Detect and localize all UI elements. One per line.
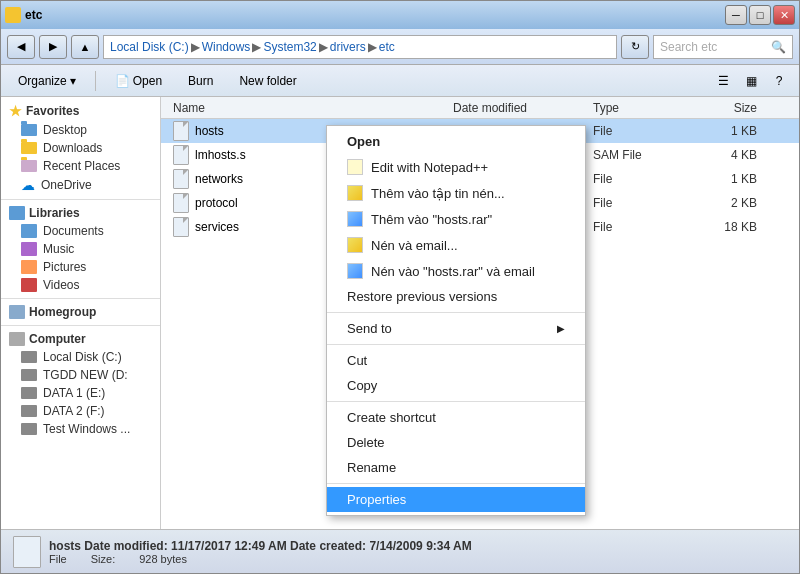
protocol-file-icon	[173, 193, 189, 213]
menu-item-compress-rar-email[interactable]: Nén vào "hosts.rar" và email	[327, 258, 585, 284]
menu-item-copy[interactable]: Copy	[327, 373, 585, 398]
status-details: File Size: 928 bytes	[49, 553, 472, 565]
column-date[interactable]: Date modified	[445, 101, 585, 115]
preview-pane-button[interactable]: ▦	[739, 69, 763, 93]
sidebar-item-drive-d[interactable]: TGDD NEW (D:	[1, 366, 160, 384]
file-list-header: Name Date modified Type Size	[161, 97, 799, 119]
refresh-button[interactable]: ↻	[621, 35, 649, 59]
search-icon: 🔍	[771, 40, 786, 54]
organize-button[interactable]: Organize ▾	[9, 70, 85, 92]
sidebar-item-music[interactable]: Music	[1, 240, 160, 258]
sidebar-divider-3	[1, 325, 160, 326]
menu-item-create-shortcut[interactable]: Create shortcut	[327, 405, 585, 430]
help-button[interactable]: ?	[767, 69, 791, 93]
column-name[interactable]: Name	[165, 101, 445, 115]
sidebar-item-desktop[interactable]: Desktop	[1, 121, 160, 139]
sidebar-libraries-header[interactable]: Libraries	[1, 204, 160, 222]
networks-type: File	[585, 172, 685, 186]
sidebar-favorites-section: ★ Favorites Desktop Downloads Recent Pla…	[1, 101, 160, 195]
title-bar-left: etc	[5, 7, 42, 23]
path-drivers[interactable]: drivers	[330, 40, 366, 54]
sidebar-item-drive-f[interactable]: DATA 2 (F:)	[1, 402, 160, 420]
up-button[interactable]: ▲	[71, 35, 99, 59]
sidebar-divider-1	[1, 199, 160, 200]
menu-item-restore-versions[interactable]: Restore previous versions	[327, 284, 585, 309]
videos-icon	[21, 278, 37, 292]
sidebar-favorites-header[interactable]: ★ Favorites	[1, 101, 160, 121]
services-size: 18 KB	[685, 220, 765, 234]
context-menu: Open Edit with Notepad++ Thêm vào tập ti…	[326, 125, 586, 516]
view-options-button[interactable]: ☰	[711, 69, 735, 93]
sidebar-item-documents[interactable]: Documents	[1, 222, 160, 240]
burn-button[interactable]: Burn	[179, 70, 222, 92]
desktop-icon	[21, 124, 37, 136]
compress-rar-email-icon	[347, 263, 363, 279]
sidebar-item-recent[interactable]: Recent Places	[1, 157, 160, 175]
networks-file-icon	[173, 169, 189, 189]
sidebar-item-test-windows[interactable]: Test Windows ...	[1, 420, 160, 438]
sidebar-computer-header[interactable]: Computer	[1, 330, 160, 348]
hosts-file-icon	[173, 121, 189, 141]
menu-item-rename[interactable]: Rename	[327, 455, 585, 480]
window-icon	[5, 7, 21, 23]
networks-size: 1 KB	[685, 172, 765, 186]
open-button[interactable]: 📄 Open	[106, 70, 171, 92]
column-type[interactable]: Type	[585, 101, 685, 115]
sidebar-homegroup-header[interactable]: Homegroup	[1, 303, 160, 321]
sidebar-item-videos[interactable]: Videos	[1, 276, 160, 294]
protocol-size: 2 KB	[685, 196, 765, 210]
status-date-modified: 11/17/2017 12:49 AM	[171, 539, 287, 553]
status-size-label: Size:	[91, 553, 115, 565]
status-date-modified-label: Date modified:	[84, 539, 167, 553]
search-placeholder: Search etc	[660, 40, 717, 54]
path-etc[interactable]: etc	[379, 40, 395, 54]
lmhosts-file-icon	[173, 145, 189, 165]
address-path[interactable]: Local Disk (C:) ▶ Windows ▶ System32 ▶ d…	[103, 35, 617, 59]
new-folder-button[interactable]: New folder	[230, 70, 305, 92]
drive-f-icon	[21, 405, 37, 417]
compress-email-icon	[347, 237, 363, 253]
toolbar-right: ☰ ▦ ?	[711, 69, 791, 93]
sidebar-libraries-section: Libraries Documents Music Pictures Video…	[1, 204, 160, 294]
status-date-created: 7/14/2009 9:34 AM	[369, 539, 471, 553]
sidebar-homegroup-section: Homegroup	[1, 303, 160, 321]
minimize-button[interactable]: ─	[725, 5, 747, 25]
menu-item-properties[interactable]: Properties	[327, 487, 585, 512]
back-button[interactable]: ◀	[7, 35, 35, 59]
close-button[interactable]: ✕	[773, 5, 795, 25]
menu-item-send-to[interactable]: Send to ▶	[327, 316, 585, 341]
lmhosts-type: SAM File	[585, 148, 685, 162]
services-file-icon	[173, 217, 189, 237]
music-icon	[21, 242, 37, 256]
toolbar: Organize ▾ 📄 Open Burn New folder ☰ ▦ ?	[1, 65, 799, 97]
menu-item-edit-notepad[interactable]: Edit with Notepad++	[327, 154, 585, 180]
documents-icon	[21, 224, 37, 238]
services-type: File	[585, 220, 685, 234]
menu-item-compress-email[interactable]: Nén và email...	[327, 232, 585, 258]
column-size[interactable]: Size	[685, 101, 765, 115]
sidebar-item-local-disk-c[interactable]: Local Disk (C:)	[1, 348, 160, 366]
downloads-icon	[21, 142, 37, 154]
forward-button[interactable]: ▶	[39, 35, 67, 59]
search-box[interactable]: Search etc 🔍	[653, 35, 793, 59]
sidebar-item-downloads[interactable]: Downloads	[1, 139, 160, 157]
maximize-button[interactable]: □	[749, 5, 771, 25]
menu-item-add-rar[interactable]: Thêm vào "hosts.rar"	[327, 206, 585, 232]
sidebar-item-onedrive[interactable]: ☁ OneDrive	[1, 175, 160, 195]
hosts-size: 1 KB	[685, 124, 765, 138]
menu-item-add-archive[interactable]: Thêm vào tập tin nén...	[327, 180, 585, 206]
sidebar-item-drive-e[interactable]: DATA 1 (E:)	[1, 384, 160, 402]
status-date-created-label: Date created:	[290, 539, 366, 553]
menu-item-open[interactable]: Open	[327, 129, 585, 154]
menu-item-cut[interactable]: Cut	[327, 348, 585, 373]
path-local-disk[interactable]: Local Disk (C:)	[110, 40, 189, 54]
pictures-icon	[21, 260, 37, 274]
status-info: hosts Date modified: 11/17/2017 12:49 AM…	[49, 539, 472, 565]
status-file-icon	[13, 536, 41, 568]
path-system32[interactable]: System32	[263, 40, 316, 54]
drive-d-icon	[21, 369, 37, 381]
path-windows[interactable]: Windows	[202, 40, 251, 54]
sidebar-item-pictures[interactable]: Pictures	[1, 258, 160, 276]
menu-separator-4	[327, 483, 585, 484]
menu-item-delete[interactable]: Delete	[327, 430, 585, 455]
